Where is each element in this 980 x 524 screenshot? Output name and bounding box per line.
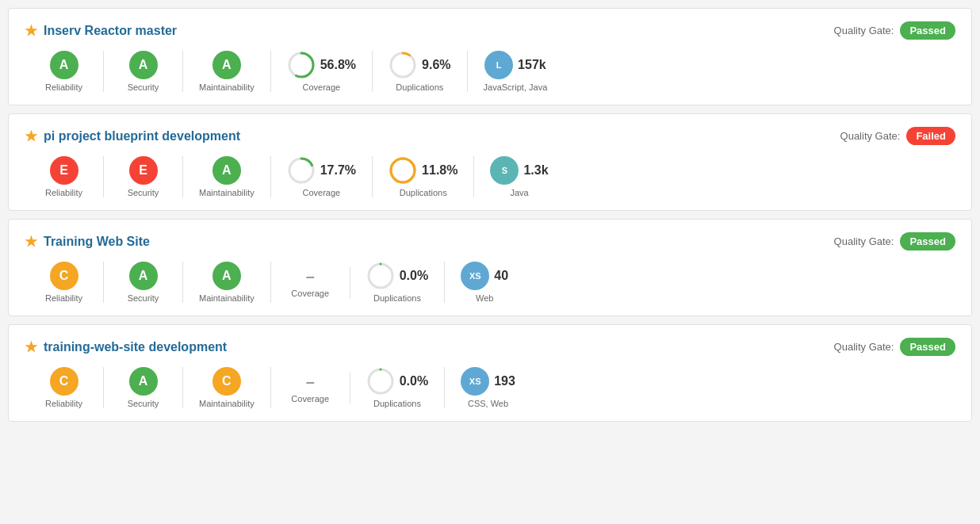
card-header: ★ pi project blueprint development Quali… — [25, 127, 955, 145]
project-title[interactable]: ★ Training Web Site — [25, 233, 150, 251]
security-grade[interactable]: A — [129, 51, 158, 79]
duplications-metric: 0.0% Duplications — [350, 262, 445, 303]
duplications-donut — [366, 367, 395, 396]
language-value: 40 — [494, 269, 508, 283]
coverage-donut — [287, 51, 316, 79]
security-grade[interactable]: E — [129, 156, 158, 185]
project-title[interactable]: ★ training-web-site development — [25, 338, 227, 356]
maintainability-grade[interactable]: A — [212, 51, 241, 79]
quality-gate: Quality Gate: Passed — [834, 338, 955, 356]
star-icon[interactable]: ★ — [25, 22, 37, 40]
project-name: pi project blueprint development — [44, 129, 240, 143]
quality-gate: Quality Gate: Passed — [834, 21, 955, 40]
reliability-metric: E Reliability — [25, 156, 104, 197]
coverage-dash: – — [306, 373, 315, 391]
security-label: Security — [128, 293, 159, 303]
maintainability-value-row: A — [212, 262, 241, 290]
quality-gate-badge: Passed — [900, 232, 955, 251]
reliability-metric: C Reliability — [25, 262, 104, 303]
star-icon[interactable]: ★ — [25, 128, 37, 145]
duplications-metric: 0.0% Duplications — [350, 367, 445, 408]
coverage-metric: – Coverage — [271, 373, 350, 404]
language-value: 1.3k — [523, 163, 548, 178]
project-card: ★ Training Web Site Quality Gate: Passed… — [8, 219, 972, 316]
duplications-value-row: 0.0% — [366, 262, 428, 290]
quality-gate: Quality Gate: Passed — [834, 232, 955, 251]
security-grade[interactable]: A — [129, 262, 158, 290]
language-metric: XS 193 CSS, Web — [445, 367, 531, 408]
maintainability-grade[interactable]: C — [212, 367, 241, 396]
reliability-value-row: C — [50, 262, 78, 290]
reliability-metric: A Reliability — [25, 51, 104, 92]
maintainability-label: Maintainability — [199, 82, 255, 92]
language-metric: L 157k JavaScript, Java — [468, 51, 564, 92]
svg-point-8 — [369, 264, 392, 288]
coverage-metric: 17.7% Coverage — [271, 156, 373, 197]
project-card: ★ training-web-site development Quality … — [8, 324, 972, 422]
reliability-grade[interactable]: C — [50, 262, 78, 290]
security-label: Security — [128, 399, 159, 408]
language-value-row: XS 193 — [461, 367, 515, 396]
metrics-row: C Reliability A Security C Maintainabili… — [25, 367, 955, 408]
maintainability-metric: C Maintainability — [183, 367, 271, 408]
coverage-label: Coverage — [291, 394, 329, 404]
maintainability-value-row: A — [212, 156, 241, 185]
project-card: ★ pi project blueprint development Quali… — [8, 113, 972, 211]
security-value-row: E — [129, 156, 158, 185]
duplications-value: 11.8% — [422, 163, 457, 178]
duplications-metric: 11.8% Duplications — [373, 156, 474, 197]
maintainability-label: Maintainability — [199, 399, 255, 408]
project-name: Training Web Site — [44, 235, 150, 249]
security-label: Security — [128, 82, 159, 92]
reliability-grade[interactable]: E — [50, 156, 78, 185]
reliability-grade[interactable]: A — [50, 51, 78, 79]
quality-gate-badge: Passed — [900, 21, 955, 40]
project-title[interactable]: ★ Inserv Reactor master — [25, 22, 177, 40]
card-header: ★ Inserv Reactor master Quality Gate: Pa… — [25, 21, 955, 40]
language-label: JavaScript, Java — [484, 82, 548, 92]
coverage-label: Coverage — [303, 188, 341, 197]
security-value-row: A — [129, 51, 158, 79]
star-icon[interactable]: ★ — [25, 338, 37, 356]
duplications-value-row: 11.8% — [389, 156, 457, 185]
duplications-label: Duplications — [373, 293, 421, 303]
language-label: CSS, Web — [468, 399, 508, 408]
duplications-donut — [389, 51, 417, 79]
duplications-donut — [366, 262, 395, 290]
coverage-metric: – Coverage — [271, 267, 350, 298]
coverage-value: 17.7% — [320, 163, 356, 178]
security-value-row: A — [129, 262, 158, 290]
star-icon[interactable]: ★ — [25, 233, 37, 251]
reliability-label: Reliability — [45, 399, 82, 408]
reliability-grade[interactable]: C — [50, 367, 78, 396]
security-metric: A Security — [104, 367, 183, 408]
security-metric: A Security — [104, 262, 183, 303]
maintainability-grade[interactable]: A — [212, 262, 241, 290]
reliability-label: Reliability — [45, 82, 82, 92]
security-label: Security — [128, 188, 159, 197]
reliability-metric: C Reliability — [25, 367, 104, 408]
svg-point-10 — [369, 369, 392, 393]
language-value-row: S 1.3k — [490, 156, 548, 185]
security-value-row: A — [129, 367, 158, 396]
coverage-value: 56.8% — [320, 58, 356, 72]
security-grade[interactable]: A — [129, 367, 158, 396]
reliability-value-row: C — [50, 367, 78, 396]
maintainability-grade[interactable]: A — [212, 156, 241, 185]
maintainability-label: Maintainability — [199, 293, 255, 303]
quality-gate-badge: Passed — [900, 338, 955, 356]
project-title[interactable]: ★ pi project blueprint development — [25, 128, 240, 145]
coverage-label: Coverage — [303, 82, 341, 92]
quality-gate: Quality Gate: Failed — [840, 127, 955, 145]
security-metric: A Security — [104, 51, 183, 92]
svg-point-2 — [391, 53, 415, 77]
language-metric: XS 40 Web — [445, 262, 524, 303]
coverage-label: Coverage — [291, 289, 329, 298]
coverage-donut — [287, 156, 316, 185]
language-badge: S — [490, 156, 519, 185]
reliability-label: Reliability — [45, 293, 82, 303]
language-label: Web — [476, 293, 493, 303]
reliability-value-row: E — [50, 156, 78, 185]
maintainability-value-row: C — [212, 367, 241, 396]
duplications-metric: 9.6% Duplications — [373, 51, 467, 92]
